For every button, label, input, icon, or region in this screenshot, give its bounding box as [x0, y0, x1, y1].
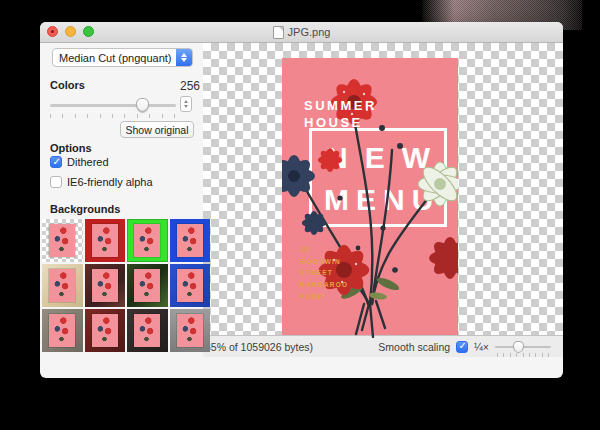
smooth-scaling-checkbox[interactable] — [456, 341, 468, 353]
ie6-checkbox[interactable] — [50, 176, 62, 188]
background-thumb-green[interactable] — [127, 219, 168, 262]
mini-poster-thumb — [134, 269, 160, 302]
mini-poster-thumb — [49, 224, 75, 257]
statusbar-right-controls: Smooth scaling ¼× — [378, 340, 563, 354]
imagealpha-window: JPG.png Median Cut (pngquant) Colors 256… — [40, 22, 563, 378]
dithered-option[interactable]: Dithered — [50, 156, 109, 168]
dithered-label: Dithered — [67, 156, 109, 168]
background-thumb-dark-speckle-texture[interactable] — [127, 309, 168, 352]
poster-heading: SUMMER HOUSE — [304, 98, 377, 132]
image-preview-area: NEW MENU — [203, 43, 563, 357]
mini-poster-thumb — [177, 314, 203, 347]
mini-poster-thumb — [49, 314, 75, 347]
dithered-checkbox[interactable] — [50, 156, 62, 168]
mini-poster-thumb — [134, 224, 160, 257]
titlebar[interactable]: JPG.png — [40, 22, 563, 43]
quantizer-dropdown-value: Median Cut (pngquant) — [53, 52, 176, 64]
window-title-area: JPG.png — [40, 22, 563, 42]
backgrounds-grid — [42, 219, 210, 352]
colors-value: 256 — [160, 79, 200, 93]
quantizer-dropdown[interactable]: Median Cut (pngquant) — [52, 48, 193, 67]
zoom-slider[interactable] — [495, 340, 551, 354]
options-label: Options — [50, 142, 92, 154]
window-content: Median Cut (pngquant) Colors 256 Show or… — [40, 43, 563, 357]
mini-poster-thumb — [92, 314, 118, 347]
colors-slider[interactable] — [50, 98, 176, 112]
zoom-slider-thumb[interactable] — [513, 341, 524, 353]
background-thumb-checkerboard[interactable] — [42, 219, 83, 262]
mini-poster-thumb — [49, 269, 75, 302]
sidebar: Median Cut (pngquant) Colors 256 Show or… — [40, 43, 203, 357]
mini-poster-thumb — [92, 224, 118, 257]
background-thumb-stone-photo[interactable] — [42, 309, 83, 352]
zoom-level-label: ¼× — [474, 341, 489, 353]
ie6-label: IE6-friendly alpha — [67, 176, 153, 188]
background-thumb-blue-texture[interactable] — [170, 264, 211, 307]
dropdown-stepper-icon — [176, 49, 192, 66]
mini-poster-thumb — [134, 314, 160, 347]
ie6-option[interactable]: IE6-friendly alpha — [50, 176, 153, 188]
mini-poster-thumb — [177, 224, 203, 257]
zoom-slider-ticks — [497, 353, 549, 357]
document-icon — [273, 26, 284, 39]
colors-stepper[interactable] — [180, 96, 192, 112]
background-thumb-foliage-photo[interactable] — [127, 264, 168, 307]
background-thumb-dark-maroon-texture[interactable] — [85, 264, 126, 307]
backgrounds-label: Backgrounds — [50, 203, 120, 215]
poster-menu-word1: NEW — [326, 143, 447, 173]
colors-slider-ticks — [50, 114, 176, 118]
colors-slider-thumb[interactable] — [136, 98, 149, 112]
background-thumb-blue[interactable] — [170, 219, 211, 262]
show-original-button[interactable]: Show original — [120, 121, 194, 138]
preview-image: NEW MENU — [282, 58, 458, 338]
poster-menu-word2: MENU — [324, 185, 440, 215]
mini-poster-thumb — [92, 269, 118, 302]
colors-label: Colors — [50, 79, 85, 91]
background-thumb-gray-gradient[interactable] — [170, 309, 211, 352]
background-thumb-red[interactable] — [85, 219, 126, 262]
poster-address: 15 GOODWIN STREET KANGAROO POINT — [300, 244, 348, 302]
colors-slider-track[interactable] — [50, 104, 176, 107]
background-thumb-dark-red-texture[interactable] — [85, 309, 126, 352]
desktop: { "window": { "title": "JPG.png" }, "sid… — [0, 0, 600, 430]
window-title: JPG.png — [288, 26, 331, 38]
mini-poster-thumb — [177, 269, 203, 302]
smooth-scaling-label: Smooth scaling — [378, 341, 450, 353]
background-thumb-cream-texture[interactable] — [42, 264, 83, 307]
